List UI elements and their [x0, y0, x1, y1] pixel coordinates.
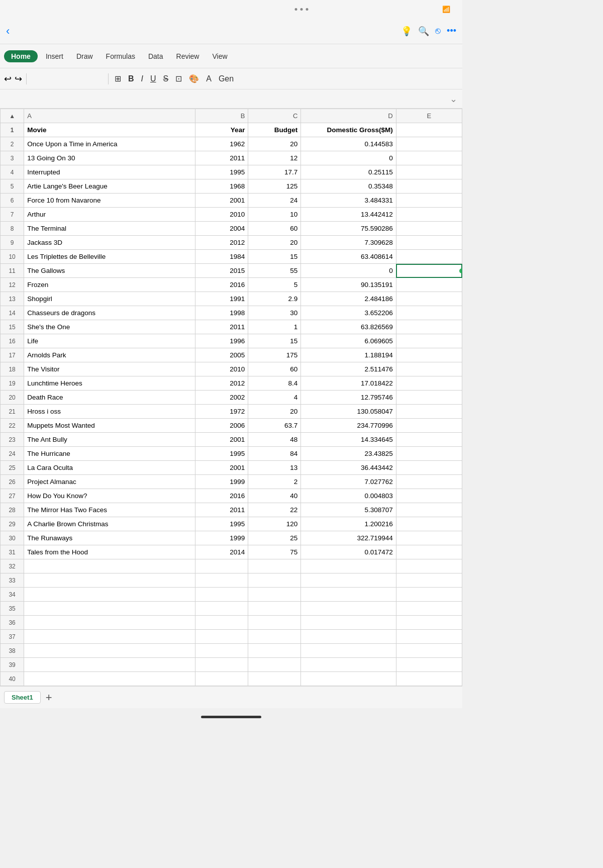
cell-c[interactable]	[248, 602, 301, 616]
cell-b[interactable]: 2014	[195, 545, 248, 559]
cell-e[interactable]	[396, 208, 462, 222]
cell-b[interactable]: 1996	[195, 334, 248, 348]
col-header-e[interactable]: E	[396, 109, 462, 123]
cell-a[interactable]	[24, 602, 195, 616]
col-header-b[interactable]: B	[195, 109, 248, 123]
cell-e[interactable]	[396, 559, 462, 573]
cell-e[interactable]	[396, 419, 462, 433]
cell-e[interactable]	[396, 320, 462, 334]
cell-e[interactable]	[396, 644, 462, 658]
cell-c[interactable]: 2	[248, 475, 301, 489]
col-header-c[interactable]: C	[248, 109, 301, 123]
cell-a[interactable]	[24, 559, 195, 573]
undo-icon[interactable]: ↩	[4, 73, 12, 84]
cell-c[interactable]: 48	[248, 433, 301, 447]
cell-d[interactable]: 0.004803	[301, 489, 396, 503]
cell-e[interactable]	[396, 573, 462, 588]
cell-b[interactable]	[195, 644, 248, 658]
cell-d[interactable]	[301, 588, 396, 602]
cell-d[interactable]: 12.795746	[301, 391, 396, 405]
cell-b[interactable]: 2012	[195, 236, 248, 250]
cell-a[interactable]: Lunchtime Heroes	[24, 376, 195, 391]
italic-icon[interactable]: I	[139, 73, 145, 84]
cell-c[interactable]	[248, 616, 301, 630]
cell-e[interactable]	[396, 616, 462, 630]
cell-d[interactable]: 1.200216	[301, 517, 396, 531]
cell-e[interactable]	[396, 306, 462, 320]
cell-a[interactable]	[24, 672, 195, 686]
cell-a[interactable]: Arthur	[24, 208, 195, 222]
cell-b[interactable]: 2005	[195, 348, 248, 362]
cell-b[interactable]: 1972	[195, 405, 248, 419]
col-header-a[interactable]: A	[24, 109, 195, 123]
cell-d[interactable]: 0.35348	[301, 179, 396, 194]
cell-a[interactable]: Jackass 3D	[24, 236, 195, 250]
tab-data[interactable]: Data	[143, 50, 168, 62]
more-icon[interactable]: •••	[447, 26, 456, 36]
cell-e[interactable]	[396, 531, 462, 545]
cell-d[interactable]: 2.511476	[301, 362, 396, 376]
tab-view[interactable]: View	[207, 50, 232, 62]
cell-c[interactable]: 2.9	[248, 292, 301, 306]
cell-b[interactable]: 2001	[195, 461, 248, 475]
cell-e[interactable]	[396, 602, 462, 616]
cell-b[interactable]: 2010	[195, 362, 248, 376]
cell-b[interactable]: 2002	[195, 391, 248, 405]
cell-a[interactable]: A Charlie Brown Christmas	[24, 517, 195, 531]
cell-a[interactable]	[24, 630, 195, 644]
cell-e[interactable]	[396, 123, 462, 137]
cell-e[interactable]	[396, 433, 462, 447]
cell-b[interactable]: 2015	[195, 264, 248, 278]
strikethrough-icon[interactable]: S	[161, 73, 171, 84]
cell-d[interactable]: 13.442412	[301, 208, 396, 222]
cell-a[interactable]: Chasseurs de dragons	[24, 306, 195, 320]
cell-c[interactable]: 60	[248, 362, 301, 376]
tab-insert[interactable]: Insert	[41, 50, 68, 62]
cell-d[interactable]: 3.652206	[301, 306, 396, 320]
cell-b[interactable]: 2001	[195, 433, 248, 447]
cell-e[interactable]	[396, 588, 462, 602]
cell-e[interactable]	[396, 194, 462, 208]
cell-a[interactable]: Project Almanac	[24, 475, 195, 489]
cell-e[interactable]	[396, 151, 462, 165]
cell-e[interactable]	[396, 405, 462, 419]
cell-d[interactable]	[301, 602, 396, 616]
cell-e[interactable]	[396, 630, 462, 644]
cell-a[interactable]	[24, 616, 195, 630]
cell-d[interactable]	[301, 573, 396, 588]
cell-b[interactable]	[195, 658, 248, 672]
cell-d[interactable]: 63.408614	[301, 250, 396, 264]
cell-b[interactable]: 2006	[195, 419, 248, 433]
border-icon[interactable]: ⊡	[173, 73, 184, 84]
cell-b[interactable]: 1968	[195, 179, 248, 194]
wrap-icon[interactable]: ⊞	[113, 73, 123, 84]
cell-c[interactable]: 24	[248, 194, 301, 208]
cell-a[interactable]: Muppets Most Wanted	[24, 419, 195, 433]
cell-b[interactable]: 1984	[195, 250, 248, 264]
cell-d[interactable]: 5.308707	[301, 503, 396, 517]
cell-e[interactable]	[396, 545, 462, 559]
cell-e[interactable]	[396, 165, 462, 179]
font-color-icon[interactable]: A	[204, 73, 214, 84]
cell-b[interactable]: 2012	[195, 376, 248, 391]
cell-a[interactable]: 13 Going On 30	[24, 151, 195, 165]
cell-a[interactable]: Artie Lange's Beer League	[24, 179, 195, 194]
cell-a[interactable]: The Mirror Has Two Faces	[24, 503, 195, 517]
cell-a[interactable]: Les Triplettes de Belleville	[24, 250, 195, 264]
cell-a[interactable]: La Cara Oculta	[24, 461, 195, 475]
cell-b[interactable]: Year	[195, 123, 248, 137]
tab-draw[interactable]: Draw	[71, 50, 98, 62]
cell-d[interactable]: 0.25115	[301, 165, 396, 179]
cell-a[interactable]	[24, 644, 195, 658]
cell-d[interactable]	[301, 658, 396, 672]
cell-c[interactable]	[248, 588, 301, 602]
cell-b[interactable]	[195, 573, 248, 588]
cell-b[interactable]: 2016	[195, 278, 248, 292]
cell-d[interactable]: 17.018422	[301, 376, 396, 391]
cell-b[interactable]: 2011	[195, 503, 248, 517]
cell-e[interactable]	[396, 489, 462, 503]
cell-c[interactable]: 60	[248, 222, 301, 236]
cell-d[interactable]	[301, 672, 396, 686]
cell-b[interactable]	[195, 559, 248, 573]
cell-a[interactable]: Arnolds Park	[24, 348, 195, 362]
